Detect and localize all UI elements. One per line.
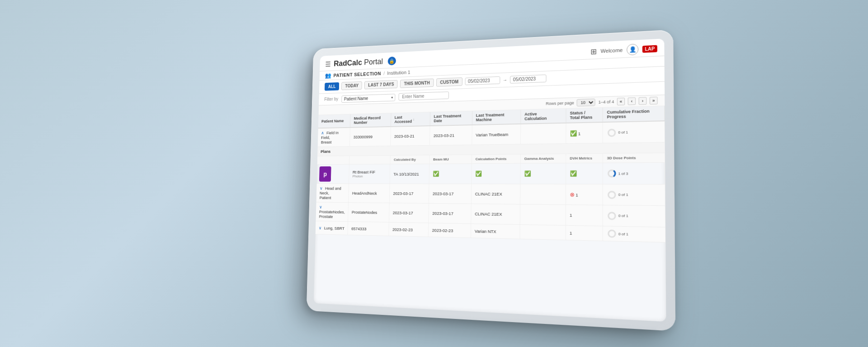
plan-type-label: Photon [353, 174, 387, 178]
dvh-ok-icon: ✅ [570, 170, 577, 177]
status-num-p4: 1 [570, 230, 572, 235]
donut-container-p2: 0 of 1 [607, 190, 661, 200]
plan-name: Rt Breast FiF [353, 169, 387, 174]
beam-mu-ok-icon: ✅ [433, 171, 439, 177]
header-right: ⊞ Welcome 👤 LAP [590, 43, 657, 57]
machine-p3: CLINAC 21EX [471, 204, 520, 224]
breadcrumb-separator: / [383, 70, 385, 75]
svg-point-4 [609, 212, 615, 219]
accessed-cell-p1: 2023-03-21 [391, 126, 430, 146]
grid-icon[interactable]: ⊞ [590, 47, 597, 56]
status-num-p2: 1 [576, 192, 578, 197]
tab-all[interactable]: ALL [325, 82, 340, 90]
fraction-text-p2: 0 of 1 [618, 192, 628, 197]
status-warn-icon-p2: ⊗ [570, 191, 575, 198]
donut-chart-p3 [607, 211, 617, 220]
status-p4: 1 [566, 225, 603, 241]
donut-container-p4: 0 of 1 [607, 228, 661, 239]
expand-btn-p3[interactable]: ∨ [319, 204, 322, 209]
fraction-p2: 0 of 1 [603, 184, 665, 206]
col-status: Status /Total Plans [566, 107, 603, 123]
fraction-text-p4: 0 of 1 [618, 232, 628, 236]
col-sort-last-accessed: LastAccessed ↓ [394, 114, 414, 124]
plan-col-calc-points: Calculation Points [472, 154, 520, 163]
pagination-first[interactable]: « [617, 97, 625, 105]
status-ok-icon-p1: ✅ [570, 130, 577, 137]
patient-name-cell: ∧ Field In Field,Breast [318, 127, 350, 147]
mrn-cell-p1: 333000999 [350, 126, 391, 146]
plan-donut-chart [607, 168, 617, 178]
col-last-machine: Last TreatmentMachine [472, 109, 520, 124]
status-num-p1: 1 [578, 131, 580, 136]
shield-icon: 🔒 [388, 56, 396, 65]
rows-per-page-select[interactable]: 10 25 50 [577, 98, 595, 106]
date-separator: → [503, 77, 507, 82]
main-content: Rows per page 10 25 50 1–4 of 4 « ‹ › » [314, 95, 666, 322]
col-mrn: Medical RecordNumber [350, 113, 391, 127]
welcome-text: Welcome [601, 47, 623, 54]
date-from-input[interactable] [465, 76, 500, 85]
plan-calc-points: ✅ [472, 163, 520, 184]
plan-3d-dose: 1 of 3 [603, 162, 665, 184]
patient-name-cell-p2: ∨ Head and Neck,Patient [316, 183, 349, 202]
plan-type-icon: p [319, 166, 331, 181]
filter-field-select[interactable]: Patient Name Medical Record Number [341, 94, 395, 103]
portal-text: Portal [364, 57, 383, 66]
plan-gamma: ✅ [520, 163, 566, 184]
calc-points-ok-icon: ✅ [475, 171, 482, 177]
filter-name-input[interactable] [398, 91, 449, 100]
table-row: ∨ Head and Neck,Patient HeadAndNeck 2023… [316, 183, 665, 205]
plan-beam-mu: ✅ [429, 163, 472, 184]
active-calc-p1 [520, 123, 566, 144]
pagination-last[interactable]: » [650, 96, 658, 104]
machine-p2: CLINAC 21EX [471, 184, 520, 204]
accessed-cell-p2: 2023-03-17 [389, 184, 429, 203]
machine-p4: Varian NTX [471, 223, 520, 239]
date-to-input[interactable] [510, 74, 547, 83]
filter-select-wrapper: Patient Name Medical Record Number [341, 93, 395, 103]
filter-label: Filter by [324, 96, 338, 101]
svg-point-0 [609, 129, 615, 136]
pagination-prev[interactable]: ‹ [628, 97, 636, 105]
tab-thismonth[interactable]: THIS MONTH [400, 78, 434, 88]
mrn-cell-p2: HeadAndNeck [349, 183, 390, 203]
menu-icon[interactable]: ☰ [325, 60, 330, 68]
plan-fraction-text: 1 of 3 [618, 171, 628, 176]
treatment-date-p4: 2023-02-23 [429, 223, 471, 238]
breadcrumb-section: PATIENT SELECTION [334, 71, 381, 78]
tab-last7days[interactable]: LAST 7 DAYS [364, 80, 398, 89]
plan-icon-cell: p [317, 164, 349, 184]
col-fraction: Cumulative FractionProgress [603, 106, 665, 122]
status-p2: ⊗ 1 [566, 184, 603, 204]
patient-name-cell-p3: ∨ ProstateNodes,Prostate [316, 202, 348, 221]
institution-label: Institution 1 [387, 69, 410, 76]
tab-today[interactable]: TODAY [341, 81, 362, 90]
treatment-date-p3: 2023-03-17 [429, 203, 471, 223]
expand-btn-p2[interactable]: ∨ [320, 185, 322, 190]
plan-col-3d: 3D Dose Points [603, 152, 665, 162]
expand-btn-p1[interactable]: ∧ [321, 130, 324, 135]
mrn-cell-p3: ProstateNodes [348, 202, 389, 222]
plan-calculated-by: TA 10/13/2021 [390, 164, 429, 184]
donut-container-p3: 0 of 1 [607, 211, 661, 221]
user-icon[interactable]: 👤 [627, 43, 638, 55]
fraction-text-p1: 0 of 1 [618, 130, 628, 134]
content-wrapper: ☰ RadCalc Portal 🔒 ⊞ Welcome 👤 LAP [314, 38, 666, 322]
plan-col-beam-mu: Beam MU [429, 154, 472, 163]
pagination-next[interactable]: › [639, 97, 647, 105]
col-last-treatment-date: Last TreatmentDate [430, 111, 472, 125]
tablet-screen: ☰ RadCalc Portal 🔒 ⊞ Welcome 👤 LAP [314, 38, 666, 322]
svg-point-5 [609, 230, 615, 237]
expand-btn-p4[interactable]: ∨ [319, 225, 321, 230]
lap-badge: LAP [642, 45, 657, 52]
treatment-date-p1: 2023-03-21 [430, 125, 472, 145]
patient-selection-icon: 👥 [325, 72, 331, 78]
active-calc-p2 [520, 184, 566, 204]
col-last-accessed: LastAccessed ↓ [391, 112, 430, 127]
tab-custom[interactable]: CUSTOM [436, 77, 462, 87]
accessed-cell-p4: 2023-02-23 [389, 222, 429, 237]
donut-container-p1: 0 of 1 [607, 127, 660, 137]
active-calc-p4 [520, 224, 566, 240]
app-title: RadCalc Portal [334, 57, 383, 68]
plan-col-icon [317, 156, 350, 164]
